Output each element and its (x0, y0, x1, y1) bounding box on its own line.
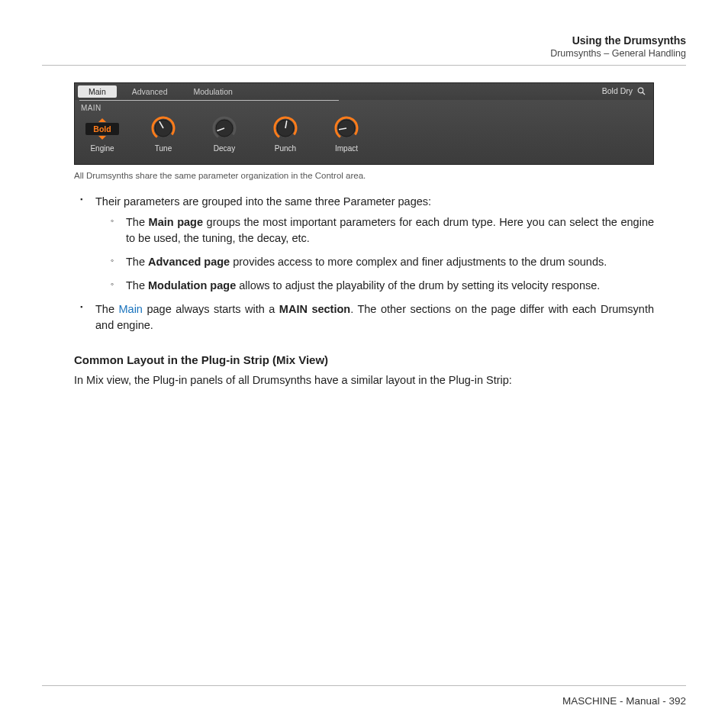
punch-knob[interactable] (272, 115, 298, 141)
tab-advanced[interactable]: Advanced (121, 85, 179, 98)
sub-bullet: The Advanced page provides access to mor… (126, 254, 654, 270)
parameter-page-tabs: MainAdvancedModulation (75, 83, 653, 100)
engine-selector[interactable]: Bold (85, 118, 118, 140)
param-label: Impact (335, 144, 358, 153)
text: The (126, 279, 148, 292)
search-icon[interactable] (637, 87, 646, 95)
param-label: Tune (155, 144, 172, 153)
bullet-intro: Their parameters are grouped into the sa… (95, 195, 431, 208)
text: page always starts with a (143, 303, 279, 315)
chevron-up-icon[interactable] (98, 118, 106, 122)
footer: MASCHINE - Manual - 392 (562, 695, 686, 707)
footer-divider (42, 685, 686, 686)
figure-caption: All Drumsynths share the same parameter … (74, 171, 654, 180)
knob-row: BoldEngineTuneDecayPunchImpact (75, 114, 653, 157)
engine-value[interactable]: Bold (85, 123, 118, 135)
bullet-item: The Main page always starts with a MAIN … (95, 301, 654, 333)
tab-modulation[interactable]: Modulation (182, 85, 243, 98)
footer-doc: Manual (626, 695, 659, 707)
param-tune: Tune (143, 115, 183, 153)
svg-line-1 (643, 92, 645, 95)
preset-display[interactable]: Bold Dry (602, 86, 646, 95)
page-header-title: Using the Drumsynths (42, 34, 686, 47)
tab-main[interactable]: Main (78, 85, 117, 98)
param-engine: BoldEngine (82, 118, 122, 153)
bold-term: Advanced page (148, 256, 230, 268)
param-impact: Impact (327, 115, 366, 153)
main-page-link[interactable]: Main (119, 303, 143, 315)
main-section-bold: MAIN section (279, 303, 350, 315)
text: The (126, 216, 149, 228)
subheading: Common Layout in the Plug-in Strip (Mix … (74, 353, 654, 366)
param-punch: Punch (266, 115, 305, 153)
text: provides access to more complex and fine… (230, 256, 607, 268)
page-header-subtitle: Drumsynths – General Handling (42, 48, 686, 59)
divider (42, 65, 686, 66)
text: allows to adjust the playability of the … (236, 279, 600, 292)
sub-bullet: The Modulation page allows to adjust the… (126, 278, 654, 294)
sub-bullet: The Main page groups the most important … (126, 214, 654, 246)
chevron-down-icon[interactable] (98, 136, 106, 140)
bold-term: Modulation page (148, 279, 236, 292)
preset-name: Bold Dry (602, 86, 633, 95)
param-decay: Decay (205, 115, 244, 153)
section-label: MAIN (75, 101, 653, 114)
text: The (126, 256, 148, 268)
bold-term: Main page (149, 216, 203, 228)
control-area-panel: MainAdvancedModulation Bold Dry MAIN Bol… (74, 82, 654, 165)
text: The (95, 303, 119, 315)
text: groups the most important parameters for… (126, 216, 654, 244)
param-label: Punch (275, 144, 296, 153)
param-label: Engine (90, 144, 114, 153)
param-label: Decay (214, 144, 235, 153)
footer-product: MASCHINE (562, 695, 617, 707)
tune-knob[interactable] (150, 115, 176, 141)
body-text: In Mix view, the Plug-in panels of all D… (74, 374, 654, 386)
bullet-item: Their parameters are grouped into the sa… (95, 194, 654, 294)
svg-point-0 (638, 88, 643, 93)
decay-knob[interactable] (211, 115, 237, 141)
footer-page: 392 (668, 695, 686, 707)
impact-knob[interactable] (333, 115, 359, 141)
